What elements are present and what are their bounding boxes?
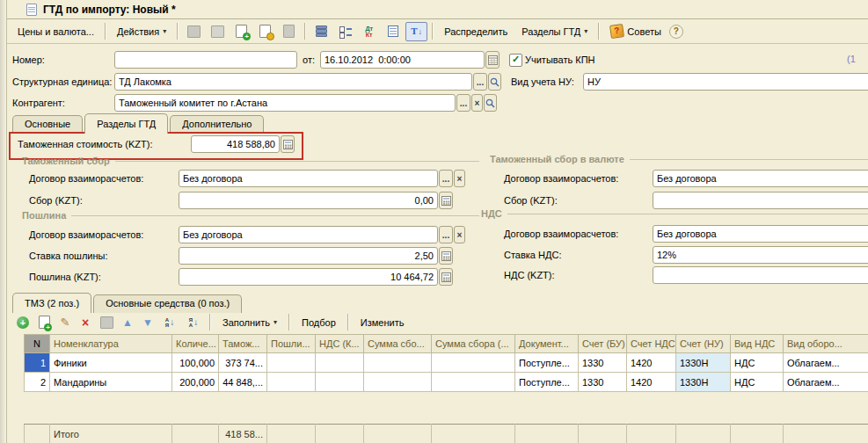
tips-button[interactable]: ?Советы [604, 22, 667, 41]
structure-toggle-button[interactable]: Т↓ [405, 22, 427, 41]
structural-unit-input[interactable] [114, 73, 472, 91]
account-nu-cell[interactable]: 1330Н [676, 373, 731, 392]
fee-contract-input[interactable] [179, 170, 438, 187]
column-header-duty[interactable]: Пошли... [267, 335, 316, 353]
post-document-button[interactable] [254, 22, 276, 41]
structural-unit-select-button[interactable]: ... [473, 73, 487, 91]
row-number-cell[interactable]: 2 [25, 373, 50, 392]
delete-row-button[interactable]: × [77, 313, 94, 332]
duty-amount-calc-button[interactable] [439, 268, 453, 286]
help-icon[interactable]: ? [669, 25, 683, 39]
column-header-fee-sum[interactable]: Сумма сбо... [364, 335, 432, 353]
fee-contract-select-button[interactable]: ... [439, 170, 453, 187]
duty-cell[interactable] [267, 373, 316, 392]
number-input[interactable] [114, 51, 297, 69]
table-row[interactable]: 2 Мандарины 200,000 44 848,... Поступле.… [25, 373, 868, 392]
duty-cell[interactable] [267, 353, 316, 373]
copy-row-button[interactable]: + [34, 313, 54, 332]
actions-button[interactable]: Действия▾ [111, 22, 172, 41]
quantity-cell[interactable]: 200,000 [172, 373, 219, 392]
fee-amount-calc-button[interactable] [439, 192, 453, 209]
column-header-customs[interactable]: Тамож... [219, 335, 267, 353]
list-settings-button[interactable] [310, 22, 332, 41]
fee-currency-contract-input[interactable] [653, 170, 868, 187]
column-header-vat-kind[interactable]: Вид НДС [731, 335, 784, 353]
fee-currency-amount-input[interactable] [653, 192, 868, 209]
account-nu-cell[interactable]: 1330Н [676, 353, 731, 373]
account-vat-cell[interactable]: 1420 [627, 353, 676, 373]
fee-sum-cur-cell[interactable] [432, 373, 515, 392]
move-up-button[interactable]: ▲ [119, 313, 136, 332]
column-header-n[interactable]: N [25, 335, 50, 353]
add-row-button[interactable]: + [14, 313, 32, 332]
vat-cell[interactable] [316, 373, 364, 392]
kpn-checkbox[interactable]: ✓ [509, 54, 522, 67]
duty-contract-clear-button[interactable]: × [454, 226, 465, 243]
duty-contract-input[interactable] [179, 226, 438, 243]
counterparty-open-button[interactable] [484, 94, 497, 112]
customs-cell[interactable]: 373 74... [219, 353, 267, 373]
column-header-vat[interactable]: НДС (К... [316, 335, 364, 353]
column-header-account-vat[interactable]: Счет НДС [627, 335, 676, 353]
vat-contract-input[interactable] [653, 225, 868, 243]
journal-button[interactable] [382, 22, 404, 41]
document-cell[interactable]: Поступле... [515, 353, 579, 373]
account-bu-cell[interactable]: 1330 [579, 353, 627, 373]
edit-row-button[interactable]: ✎ [56, 313, 74, 332]
sort-desc-button[interactable]: ЯА↓ [183, 313, 204, 332]
save-record-button[interactable] [183, 22, 205, 41]
vat-kind-cell[interactable]: НДС [731, 373, 784, 392]
date-input[interactable] [320, 51, 485, 69]
change-button[interactable]: Изменить [354, 313, 411, 332]
column-header-nomenclature[interactable]: Номенклатура [50, 335, 172, 353]
turnover-kind-cell[interactable]: Облагаем... [784, 373, 868, 392]
end-edit-button[interactable] [97, 313, 116, 332]
nomenclature-cell[interactable]: Мандарины [50, 373, 172, 392]
copy-document-button[interactable]: + [230, 22, 252, 41]
account-vat-cell[interactable]: 1420 [627, 373, 676, 392]
document-cell[interactable]: Поступле... [515, 373, 579, 392]
fee-sum-cell[interactable] [364, 373, 432, 392]
distribute-button[interactable]: Распределить [438, 22, 514, 41]
sort-asc-button[interactable]: АЯ↓ [159, 313, 180, 332]
fee-amount-input[interactable] [179, 192, 438, 209]
account-bu-cell[interactable]: 1330 [579, 373, 627, 392]
vat-cell[interactable] [316, 353, 364, 373]
fee-sum-cell[interactable] [364, 353, 432, 373]
prices-currency-button[interactable]: Цены и валюта... [11, 22, 100, 41]
pick-button[interactable]: Подбор [295, 313, 342, 332]
vat-rate-input[interactable] [653, 246, 868, 264]
duty-contract-select-button[interactable]: ... [439, 226, 453, 243]
column-header-fee-sum-cur[interactable]: Сумма сбора (... [432, 335, 515, 353]
turnover-kind-cell[interactable]: Облагаем... [784, 353, 868, 373]
column-header-quantity[interactable]: Количе... [172, 335, 219, 353]
calendar-button[interactable] [485, 51, 500, 69]
column-header-turnover-kind[interactable]: Вид оборо... [784, 335, 868, 353]
vat-amount-input[interactable] [653, 266, 868, 284]
customs-value-calc-button[interactable] [281, 135, 295, 153]
column-header-account-bu[interactable]: Счет (БУ) [579, 335, 627, 353]
tab-dopolnitelno[interactable]: Дополнительно [170, 115, 264, 134]
tab-tmz[interactable]: ТМЗ (2 поз.) [12, 293, 91, 313]
customs-cell[interactable]: 44 848,... [219, 373, 267, 392]
preview-button[interactable] [207, 22, 229, 41]
column-header-account-nu[interactable]: Счет (НУ) [676, 335, 731, 353]
move-down-button[interactable]: ▼ [139, 313, 157, 332]
dt-kt-button[interactable]: ДтКт [358, 22, 380, 41]
gtd-sections-button[interactable]: Разделы ГТД▾ [515, 22, 594, 41]
vat-kind-cell[interactable]: НДС [731, 353, 784, 373]
quantity-cell[interactable]: 100,000 [172, 353, 219, 373]
fill-button[interactable]: Заполнить▾ [216, 313, 283, 332]
fee-contract-clear-button[interactable]: × [454, 170, 465, 187]
nu-kind-input[interactable] [583, 73, 868, 91]
table-row[interactable]: 1 Финики 100,000 373 74... Поступле... 1… [25, 353, 868, 373]
tab-osnovnye[interactable]: Основные [12, 115, 83, 134]
structural-unit-open-button[interactable] [488, 73, 501, 91]
counterparty-input[interactable] [114, 94, 456, 112]
customs-value-input[interactable] [191, 135, 280, 153]
tab-razdely-gtd[interactable]: Разделы ГТД [84, 113, 168, 134]
row-number-cell[interactable]: 1 [25, 353, 50, 373]
column-header-document[interactable]: Документ... [515, 335, 579, 353]
duty-rate-input[interactable] [179, 247, 438, 265]
counterparty-select-button[interactable]: ... [456, 94, 470, 112]
